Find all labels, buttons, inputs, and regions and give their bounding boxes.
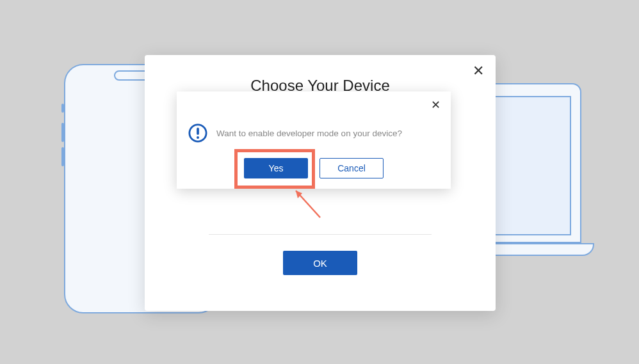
close-icon[interactable]: ✕ <box>473 64 484 78</box>
confirm-message: Want to enable developer mode on your de… <box>216 129 402 138</box>
confirm-dialog: ✕ Want to enable developer mode on your … <box>177 91 451 189</box>
svg-rect-1 <box>197 128 199 135</box>
close-icon[interactable]: ✕ <box>431 99 441 111</box>
ok-button[interactable]: OK <box>283 251 357 275</box>
svg-point-2 <box>197 136 199 139</box>
divider <box>209 234 432 235</box>
exclamation-icon <box>188 123 207 143</box>
cancel-button[interactable]: Cancel <box>320 158 384 178</box>
yes-button[interactable]: Yes <box>244 158 308 178</box>
